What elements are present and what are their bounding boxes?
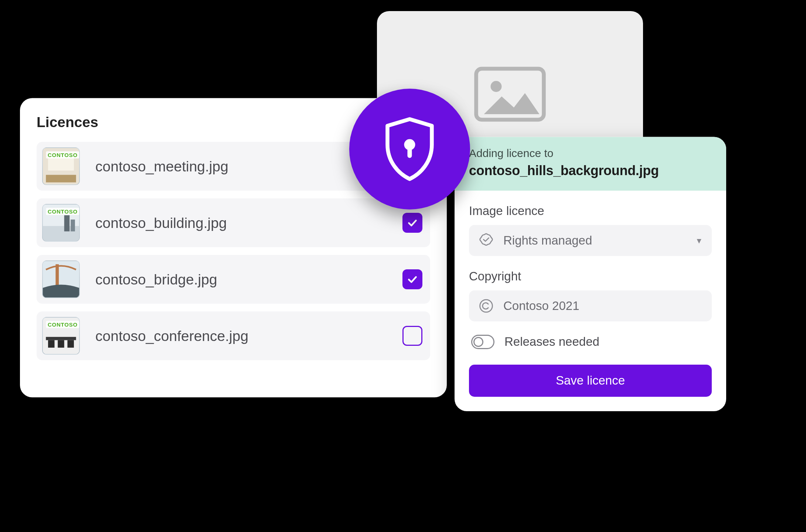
thumbnail-tag: CONTOSO xyxy=(46,151,79,159)
licence-filename: contoso_bridge.jpg xyxy=(95,271,396,288)
copyright-icon xyxy=(478,298,494,314)
licence-row[interactable]: contoso_bridge.jpg xyxy=(37,255,430,304)
licence-row[interactable]: CONTOSOcontoso_building.jpg xyxy=(37,198,430,247)
rosette-icon xyxy=(478,232,494,249)
svg-rect-8 xyxy=(71,219,75,231)
thumbnail: CONTOSO xyxy=(42,204,80,242)
checkbox-checked[interactable] xyxy=(402,213,422,233)
image-placeholder-icon xyxy=(474,66,546,122)
licence-detail-header: Adding licence to contoso_hills_backgrou… xyxy=(455,137,726,191)
image-licence-select[interactable]: Rights managed ▼ xyxy=(469,225,712,256)
licence-detail-panel: Adding licence to contoso_hills_backgrou… xyxy=(455,137,726,412)
svg-rect-14 xyxy=(58,340,64,348)
svg-rect-15 xyxy=(67,340,74,348)
check-icon xyxy=(407,273,419,286)
licence-filename: contoso_building.jpg xyxy=(95,214,396,232)
image-licence-value: Rights managed xyxy=(503,233,686,248)
svg-rect-10 xyxy=(55,264,59,286)
copyright-input[interactable]: Contoso 2021 xyxy=(469,290,712,321)
licence-row[interactable]: CONTOSOcontoso_conference.jpg xyxy=(37,311,430,360)
checkbox-checked[interactable] xyxy=(402,269,422,289)
copyright-value: Contoso 2021 xyxy=(503,299,703,313)
svg-rect-4 xyxy=(46,175,76,182)
svg-rect-7 xyxy=(64,215,70,232)
releases-label: Releases needed xyxy=(504,335,599,349)
svg-rect-18 xyxy=(408,147,412,158)
chevron-down-icon: ▼ xyxy=(695,236,703,245)
detail-filename: contoso_hills_background.jpg xyxy=(469,163,712,178)
thumbnail xyxy=(42,260,80,298)
save-licence-button[interactable]: Save licence xyxy=(469,365,712,397)
thumbnail-tag: CONTOSO xyxy=(46,321,79,328)
licence-filename: contoso_conference.jpg xyxy=(95,327,396,345)
copyright-label: Copyright xyxy=(469,269,712,284)
svg-rect-13 xyxy=(48,340,54,348)
thumbnail: CONTOSO xyxy=(42,147,80,185)
svg-point-1 xyxy=(491,81,502,92)
svg-point-16 xyxy=(480,300,493,312)
shield-badge xyxy=(349,89,470,209)
thumbnail: CONTOSO xyxy=(42,317,80,355)
svg-rect-12 xyxy=(46,337,76,340)
checkbox-unchecked[interactable] xyxy=(402,326,422,346)
releases-toggle[interactable] xyxy=(471,335,494,349)
check-icon xyxy=(407,217,419,229)
shield-lock-icon xyxy=(382,116,438,183)
detail-subheading: Adding licence to xyxy=(469,147,712,160)
image-licence-label: Image licence xyxy=(469,204,712,218)
thumbnail-tag: CONTOSO xyxy=(46,208,79,215)
